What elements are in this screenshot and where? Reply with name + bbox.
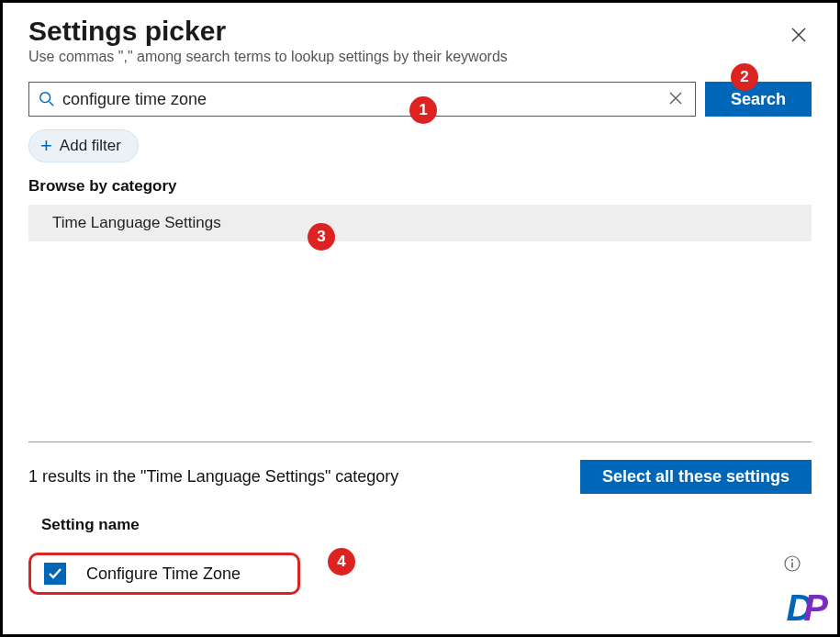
clear-search-button[interactable] <box>666 90 686 109</box>
search-input[interactable] <box>55 90 666 109</box>
plus-icon: + <box>40 136 52 156</box>
add-filter-label: Add filter <box>60 137 121 155</box>
search-button[interactable]: Search <box>705 82 812 117</box>
info-icon[interactable] <box>784 555 801 576</box>
svg-point-3 <box>791 559 793 561</box>
category-item-time-language[interactable]: Time Language Settings <box>28 205 812 241</box>
annotation-badge-3: 3 <box>308 223 335 251</box>
results-summary: 1 results in the "Time Language Settings… <box>28 467 398 486</box>
svg-point-0 <box>40 93 50 103</box>
setting-row-configure-time-zone[interactable]: Configure Time Zone <box>28 553 300 595</box>
close-button[interactable] <box>786 21 812 50</box>
search-box[interactable] <box>28 82 696 117</box>
column-header-setting-name: Setting name <box>28 516 812 534</box>
setting-checkbox[interactable] <box>44 563 66 585</box>
watermark-logo: DP <box>786 587 828 629</box>
svg-line-1 <box>50 102 54 106</box>
annotation-badge-1: 1 <box>409 96 437 124</box>
close-icon <box>791 28 806 42</box>
svg-rect-4 <box>791 563 793 568</box>
browse-heading: Browse by category <box>28 177 812 196</box>
x-icon <box>669 92 682 105</box>
annotation-badge-4: 4 <box>328 548 355 576</box>
section-divider <box>28 441 812 442</box>
check-icon <box>48 566 62 581</box>
select-all-button[interactable]: Select all these settings <box>580 460 812 494</box>
page-title: Settings picker <box>28 16 508 47</box>
page-subtitle: Use commas "," among search terms to loo… <box>28 49 508 65</box>
annotation-badge-2: 2 <box>731 63 758 91</box>
search-icon <box>39 91 55 107</box>
add-filter-button[interactable]: + Add filter <box>28 129 139 162</box>
setting-label: Configure Time Zone <box>86 564 241 584</box>
